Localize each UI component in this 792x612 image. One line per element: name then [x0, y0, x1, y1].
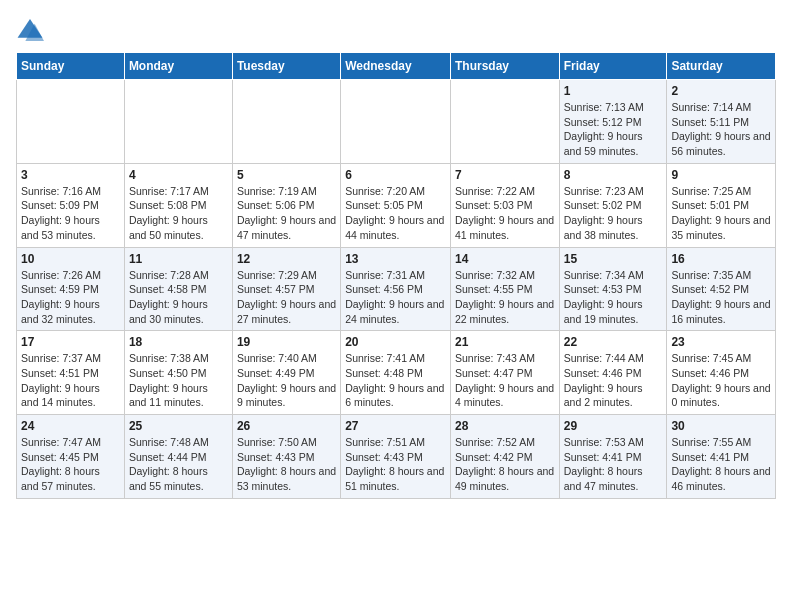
calendar-cell: 18Sunrise: 7:38 AM Sunset: 4:50 PM Dayli…: [124, 331, 232, 415]
calendar-cell: 25Sunrise: 7:48 AM Sunset: 4:44 PM Dayli…: [124, 415, 232, 499]
day-info: Sunrise: 7:50 AM Sunset: 4:43 PM Dayligh…: [237, 435, 336, 494]
calendar-cell: 11Sunrise: 7:28 AM Sunset: 4:58 PM Dayli…: [124, 247, 232, 331]
day-info: Sunrise: 7:32 AM Sunset: 4:55 PM Dayligh…: [455, 268, 555, 327]
day-info: Sunrise: 7:34 AM Sunset: 4:53 PM Dayligh…: [564, 268, 663, 327]
calendar-cell: 16Sunrise: 7:35 AM Sunset: 4:52 PM Dayli…: [667, 247, 776, 331]
day-number: 9: [671, 168, 771, 182]
page-header: [16, 16, 776, 44]
calendar-cell: [124, 80, 232, 164]
day-info: Sunrise: 7:29 AM Sunset: 4:57 PM Dayligh…: [237, 268, 336, 327]
day-info: Sunrise: 7:40 AM Sunset: 4:49 PM Dayligh…: [237, 351, 336, 410]
day-info: Sunrise: 7:16 AM Sunset: 5:09 PM Dayligh…: [21, 184, 120, 243]
logo: [16, 16, 48, 44]
day-number: 12: [237, 252, 336, 266]
calendar-cell: 2Sunrise: 7:14 AM Sunset: 5:11 PM Daylig…: [667, 80, 776, 164]
day-number: 2: [671, 84, 771, 98]
calendar-cell: 29Sunrise: 7:53 AM Sunset: 4:41 PM Dayli…: [559, 415, 667, 499]
day-info: Sunrise: 7:45 AM Sunset: 4:46 PM Dayligh…: [671, 351, 771, 410]
calendar-cell: 5Sunrise: 7:19 AM Sunset: 5:06 PM Daylig…: [232, 163, 340, 247]
calendar-week-row: 24Sunrise: 7:47 AM Sunset: 4:45 PM Dayli…: [17, 415, 776, 499]
calendar-cell: 19Sunrise: 7:40 AM Sunset: 4:49 PM Dayli…: [232, 331, 340, 415]
logo-icon: [16, 16, 44, 44]
day-info: Sunrise: 7:20 AM Sunset: 5:05 PM Dayligh…: [345, 184, 446, 243]
calendar-cell: [450, 80, 559, 164]
day-number: 29: [564, 419, 663, 433]
day-info: Sunrise: 7:28 AM Sunset: 4:58 PM Dayligh…: [129, 268, 228, 327]
day-info: Sunrise: 7:37 AM Sunset: 4:51 PM Dayligh…: [21, 351, 120, 410]
day-number: 22: [564, 335, 663, 349]
weekday-header: Tuesday: [232, 53, 340, 80]
calendar-cell: 7Sunrise: 7:22 AM Sunset: 5:03 PM Daylig…: [450, 163, 559, 247]
day-number: 13: [345, 252, 446, 266]
day-number: 10: [21, 252, 120, 266]
day-info: Sunrise: 7:44 AM Sunset: 4:46 PM Dayligh…: [564, 351, 663, 410]
day-number: 17: [21, 335, 120, 349]
calendar-cell: 27Sunrise: 7:51 AM Sunset: 4:43 PM Dayli…: [341, 415, 451, 499]
day-number: 7: [455, 168, 555, 182]
day-info: Sunrise: 7:55 AM Sunset: 4:41 PM Dayligh…: [671, 435, 771, 494]
calendar-cell: [17, 80, 125, 164]
calendar-week-row: 1Sunrise: 7:13 AM Sunset: 5:12 PM Daylig…: [17, 80, 776, 164]
day-number: 8: [564, 168, 663, 182]
calendar-cell: 15Sunrise: 7:34 AM Sunset: 4:53 PM Dayli…: [559, 247, 667, 331]
day-number: 26: [237, 419, 336, 433]
day-number: 16: [671, 252, 771, 266]
day-info: Sunrise: 7:26 AM Sunset: 4:59 PM Dayligh…: [21, 268, 120, 327]
day-info: Sunrise: 7:53 AM Sunset: 4:41 PM Dayligh…: [564, 435, 663, 494]
day-number: 1: [564, 84, 663, 98]
calendar-header-row: SundayMondayTuesdayWednesdayThursdayFrid…: [17, 53, 776, 80]
day-info: Sunrise: 7:47 AM Sunset: 4:45 PM Dayligh…: [21, 435, 120, 494]
calendar-cell: [341, 80, 451, 164]
calendar-week-row: 10Sunrise: 7:26 AM Sunset: 4:59 PM Dayli…: [17, 247, 776, 331]
day-info: Sunrise: 7:38 AM Sunset: 4:50 PM Dayligh…: [129, 351, 228, 410]
calendar-cell: 26Sunrise: 7:50 AM Sunset: 4:43 PM Dayli…: [232, 415, 340, 499]
day-number: 3: [21, 168, 120, 182]
day-info: Sunrise: 7:19 AM Sunset: 5:06 PM Dayligh…: [237, 184, 336, 243]
day-info: Sunrise: 7:41 AM Sunset: 4:48 PM Dayligh…: [345, 351, 446, 410]
day-info: Sunrise: 7:23 AM Sunset: 5:02 PM Dayligh…: [564, 184, 663, 243]
weekday-header: Wednesday: [341, 53, 451, 80]
day-info: Sunrise: 7:52 AM Sunset: 4:42 PM Dayligh…: [455, 435, 555, 494]
calendar-week-row: 17Sunrise: 7:37 AM Sunset: 4:51 PM Dayli…: [17, 331, 776, 415]
day-number: 11: [129, 252, 228, 266]
day-number: 19: [237, 335, 336, 349]
day-info: Sunrise: 7:31 AM Sunset: 4:56 PM Dayligh…: [345, 268, 446, 327]
day-number: 4: [129, 168, 228, 182]
day-number: 18: [129, 335, 228, 349]
calendar-cell: 10Sunrise: 7:26 AM Sunset: 4:59 PM Dayli…: [17, 247, 125, 331]
calendar-cell: 23Sunrise: 7:45 AM Sunset: 4:46 PM Dayli…: [667, 331, 776, 415]
calendar-cell: 1Sunrise: 7:13 AM Sunset: 5:12 PM Daylig…: [559, 80, 667, 164]
calendar-cell: 21Sunrise: 7:43 AM Sunset: 4:47 PM Dayli…: [450, 331, 559, 415]
calendar-cell: 20Sunrise: 7:41 AM Sunset: 4:48 PM Dayli…: [341, 331, 451, 415]
day-number: 21: [455, 335, 555, 349]
calendar-week-row: 3Sunrise: 7:16 AM Sunset: 5:09 PM Daylig…: [17, 163, 776, 247]
calendar-cell: 22Sunrise: 7:44 AM Sunset: 4:46 PM Dayli…: [559, 331, 667, 415]
calendar-cell: 30Sunrise: 7:55 AM Sunset: 4:41 PM Dayli…: [667, 415, 776, 499]
day-number: 25: [129, 419, 228, 433]
calendar-cell: 8Sunrise: 7:23 AM Sunset: 5:02 PM Daylig…: [559, 163, 667, 247]
weekday-header: Sunday: [17, 53, 125, 80]
day-number: 5: [237, 168, 336, 182]
day-number: 15: [564, 252, 663, 266]
calendar-cell: 24Sunrise: 7:47 AM Sunset: 4:45 PM Dayli…: [17, 415, 125, 499]
calendar-cell: 4Sunrise: 7:17 AM Sunset: 5:08 PM Daylig…: [124, 163, 232, 247]
day-number: 6: [345, 168, 446, 182]
calendar-cell: 6Sunrise: 7:20 AM Sunset: 5:05 PM Daylig…: [341, 163, 451, 247]
day-info: Sunrise: 7:51 AM Sunset: 4:43 PM Dayligh…: [345, 435, 446, 494]
calendar-cell: 12Sunrise: 7:29 AM Sunset: 4:57 PM Dayli…: [232, 247, 340, 331]
weekday-header: Saturday: [667, 53, 776, 80]
day-info: Sunrise: 7:13 AM Sunset: 5:12 PM Dayligh…: [564, 100, 663, 159]
day-number: 14: [455, 252, 555, 266]
weekday-header: Monday: [124, 53, 232, 80]
day-number: 30: [671, 419, 771, 433]
day-info: Sunrise: 7:22 AM Sunset: 5:03 PM Dayligh…: [455, 184, 555, 243]
calendar-cell: [232, 80, 340, 164]
day-number: 27: [345, 419, 446, 433]
day-number: 20: [345, 335, 446, 349]
day-info: Sunrise: 7:35 AM Sunset: 4:52 PM Dayligh…: [671, 268, 771, 327]
day-info: Sunrise: 7:48 AM Sunset: 4:44 PM Dayligh…: [129, 435, 228, 494]
weekday-header: Friday: [559, 53, 667, 80]
calendar-cell: 28Sunrise: 7:52 AM Sunset: 4:42 PM Dayli…: [450, 415, 559, 499]
calendar-cell: 13Sunrise: 7:31 AM Sunset: 4:56 PM Dayli…: [341, 247, 451, 331]
calendar-cell: 9Sunrise: 7:25 AM Sunset: 5:01 PM Daylig…: [667, 163, 776, 247]
